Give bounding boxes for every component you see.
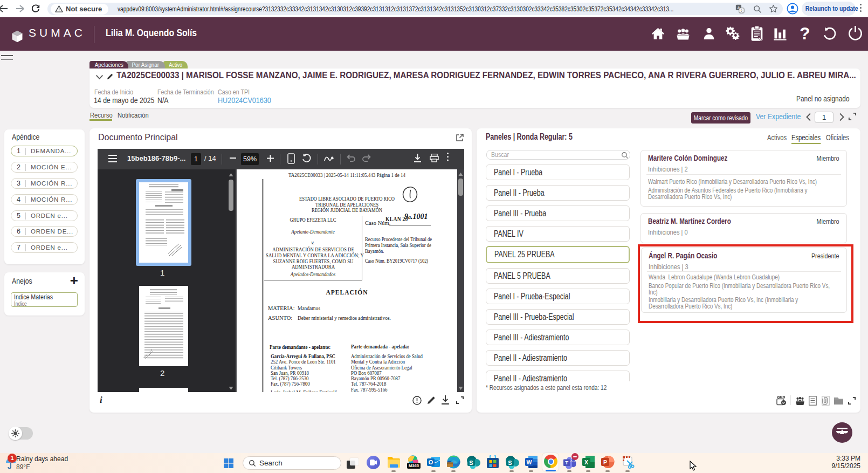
- svg-text:S: S: [469, 460, 473, 466]
- svg-text:文: 文: [740, 9, 743, 12]
- svg-text:X: X: [584, 459, 588, 465]
- svg-text:S: S: [508, 460, 512, 466]
- svg-text:O: O: [429, 459, 433, 465]
- svg-text:W: W: [527, 459, 532, 465]
- svg-text:T: T: [565, 460, 568, 465]
- svg-text:P: P: [603, 459, 607, 465]
